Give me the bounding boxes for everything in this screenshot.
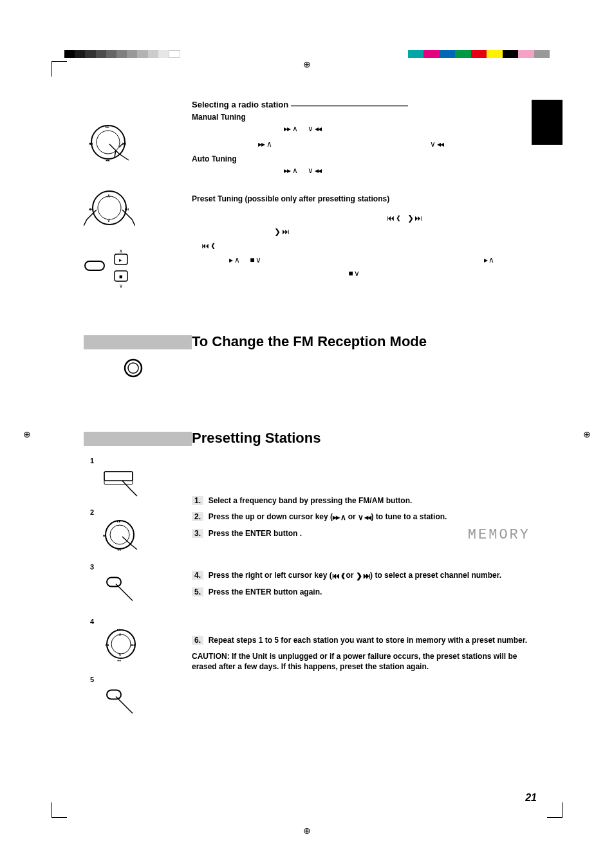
step-3-num: 3. <box>192 529 203 538</box>
step-6-num: 6. <box>192 636 203 645</box>
page-number: 21 <box>525 792 537 804</box>
dial-hand-diagram-1: ⏮⏭▸▸◂◂ <box>84 122 135 163</box>
svg-rect-22 <box>104 472 133 485</box>
heading-gray-bar <box>84 335 192 349</box>
svg-rect-12 <box>85 261 104 270</box>
crop-corner-tl <box>51 61 67 77</box>
step-4-text-c: ) to select a preset channel number. <box>370 571 501 580</box>
selecting-radio-station-title: Selecting a radio station —————————————— <box>192 100 537 110</box>
step-1: 1. Select a frequency band by pressing t… <box>192 495 537 505</box>
svg-text:⏮: ⏮ <box>89 142 93 145</box>
prev-left-glyph: ⏮ ❮ <box>387 214 398 223</box>
svg-text:∨: ∨ <box>119 283 123 289</box>
svg-point-24 <box>110 525 129 544</box>
svg-text:◂◂: ◂◂ <box>117 548 121 551</box>
step-6: 6. Repeat steps 1 to 5 for each station … <box>192 635 537 645</box>
crop-corner-br <box>547 802 563 818</box>
svg-point-7 <box>98 196 121 219</box>
enter-button-press-diagram-2 <box>102 685 140 720</box>
ff-up-glyph: ▸▸ ∧ <box>284 124 297 133</box>
svg-text:⏭: ⏭ <box>131 643 135 647</box>
step-2: 2. Press the up or down cursor key (▸▸ ∧… <box>192 512 537 522</box>
step-label-2: 2 <box>90 508 187 516</box>
svg-text:⏮: ⏮ <box>103 533 106 537</box>
memory-display: MEMORY <box>468 527 530 543</box>
dial-left-right-diagram: ∧∨⏮⏭▸▸◂◂ <box>102 627 140 662</box>
svg-text:⏭: ⏭ <box>122 142 126 145</box>
fm-mode-heading: To Change the FM Reception Mode <box>192 333 427 350</box>
right-next-glyph: ❯ ⏭ <box>356 571 370 580</box>
presetting-heading-row: Presetting Stations <box>84 431 537 447</box>
svg-point-30 <box>111 634 131 654</box>
registration-mark-top: ⊕ <box>303 59 311 69</box>
step-1-num: 1. <box>192 496 203 505</box>
svg-text:◂◂: ◂◂ <box>117 658 121 662</box>
play-up-glyph: ▸ ∧ <box>229 255 239 264</box>
step-3-text: Press the ENTER button . <box>209 529 302 538</box>
step-4-num: 4. <box>192 571 203 580</box>
ff-up-glyph: ▸▸ ∧ <box>258 140 271 149</box>
manual-tuning-label: Manual Tuning <box>192 113 537 122</box>
svg-text:∧: ∧ <box>107 193 111 199</box>
caution-text: CAUTION: If the Unit is unplugged or if … <box>192 651 537 672</box>
step-label-1: 1 <box>90 457 187 465</box>
svg-text:▸▸: ▸▸ <box>117 519 121 523</box>
svg-point-19 <box>125 360 142 376</box>
svg-text:∨: ∨ <box>118 652 122 657</box>
step-3: 3. Press the ENTER button . MEMORY <box>192 528 537 538</box>
svg-text:∧: ∧ <box>118 632 122 636</box>
preset-tuning-glyphs-1: ⏮ ❮ ❯ ⏭ <box>192 214 537 224</box>
play-up-glyph: ▸ ∧ <box>484 255 494 264</box>
step-4-text-b: or <box>344 571 356 580</box>
stop-down-glyph: ■ ∨ <box>250 255 261 264</box>
down-rw-glyph: ∨ ◂◂ <box>430 140 443 149</box>
down-rw-glyph: ∨ ◂◂ <box>308 124 321 133</box>
selecting-title-text: Selecting a radio station <box>192 100 288 109</box>
svg-rect-37 <box>107 690 121 699</box>
step-2-text-b: or <box>346 512 358 521</box>
ff-up-glyph: ▸▸ ∧ <box>333 513 346 522</box>
enter-button-press-diagram <box>102 572 140 607</box>
remote-stop-button-diagram: ■∨ <box>112 270 130 289</box>
down-rw-glyph: ∨ ◂◂ <box>308 166 321 175</box>
step-label-3: 3 <box>90 563 187 571</box>
svg-text:▸: ▸ <box>119 257 122 263</box>
svg-text:■: ■ <box>119 273 122 280</box>
round-button-diagram <box>122 357 144 379</box>
svg-text:▸▸: ▸▸ <box>106 125 109 129</box>
svg-text:∨: ∨ <box>107 217 111 223</box>
registration-mark-left: ⊕ <box>23 429 31 439</box>
preset-tuning-glyphs-3: ⏮ ❮ <box>192 241 537 252</box>
stop-down-glyph: ■ ∨ <box>348 269 359 278</box>
right-next-glyph: ❯ ⏭ <box>407 214 422 223</box>
step-2-num: 2. <box>192 512 203 521</box>
right-next-glyph: ❯ ⏭ <box>274 227 288 236</box>
svg-text:⏭: ⏭ <box>125 207 129 211</box>
print-bar-color <box>408 50 550 58</box>
presetting-heading: Presetting Stations <box>192 430 321 447</box>
manual-tuning-glyphs: ▸▸ ∧ ∨ ◂◂ <box>192 124 537 134</box>
prev-left-glyph: ⏮ ❮ <box>201 241 213 250</box>
step-2-text-c: ) to tune to a station. <box>371 512 447 521</box>
step-4-text-a: Press the right or left cursor key ( <box>209 571 332 580</box>
registration-mark-right: ⊕ <box>583 429 591 439</box>
button-oval-diagram <box>84 255 106 275</box>
svg-text:⏮: ⏮ <box>106 643 109 647</box>
prev-left-glyph: ⏮ ❮ <box>332 571 344 580</box>
down-rw-glyph: ∨ ◂◂ <box>358 513 371 522</box>
registration-mark-bottom: ⊕ <box>303 826 311 836</box>
step-1-text: Select a frequency band by pressing the … <box>209 496 413 505</box>
svg-rect-28 <box>107 578 121 587</box>
step-label-4: 4 <box>90 618 187 625</box>
ff-up-glyph: ▸▸ ∧ <box>284 166 297 175</box>
auto-tuning-label: Auto Tuning <box>192 154 537 163</box>
step-5-text: Press the ENTER button again. <box>209 587 322 596</box>
preset-tuning-label: Preset Tuning (possible only after prese… <box>192 194 537 203</box>
preset-tuning-glyphs-5: ■ ∨ <box>192 269 537 279</box>
heading-gray-bar <box>84 432 192 446</box>
preset-tuning-glyphs-2: ❯ ⏭ <box>192 227 537 237</box>
step-4: 4. Press the right or left cursor key (⏮… <box>192 570 537 580</box>
preset-tuning-glyphs-4: ▸ ∧ ■ ∨ ▸ ∧ <box>192 255 537 266</box>
step-2-text-a: Press the up or down cursor key ( <box>209 512 333 521</box>
svg-text:⏮: ⏮ <box>89 207 93 211</box>
